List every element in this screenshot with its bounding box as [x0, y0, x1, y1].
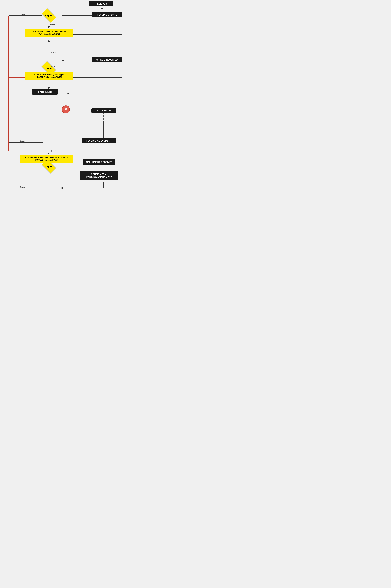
end-state-circle [62, 105, 70, 113]
uc3-label: UC3: Submit updated Booking request[PUT … [32, 30, 66, 35]
pending-update-label: PENDING UPDATE [97, 13, 117, 16]
confirmed-or-pending-status: CONFIRMED orPENDING AMENDMENT [80, 171, 118, 180]
cancel1-label: Cancel [20, 13, 25, 15]
shipper1-label: Shipper [42, 11, 55, 19]
pending-amendment-status: PENDING AMENDMENT [82, 138, 116, 144]
cancel2-label: Cancel [50, 66, 55, 68]
cancel4-label: Cancel [20, 186, 25, 188]
update1-label: Update [50, 23, 56, 25]
confirmed-status: CONFIRMED [91, 108, 116, 113]
update2-label: Update [50, 51, 56, 53]
cancelled-status: CANCELLED [32, 89, 58, 95]
shipper1-diamond: Shipper [42, 11, 55, 19]
cancel3-label: Cancel [20, 140, 25, 142]
amendment-received-status: AMENDMENT RECEIVED [82, 159, 116, 165]
received-status: RECEIVED [89, 1, 113, 6]
shipper3-label: Shipper [42, 162, 55, 170]
received-label: RECEIVED [96, 2, 107, 5]
pending-update-status: PENDING UPDATE [92, 12, 122, 17]
cancelled-label: CANCELLED [38, 91, 52, 93]
confirmed-label: CONFIRMED [97, 109, 111, 112]
uc11-action: UC11: Cancel Booking by shipper[PATCH /v… [25, 72, 73, 80]
update3-label: Update [50, 149, 56, 151]
diagram-container: RECEIVED PENDING UPDATE Shipper Cancel U… [0, 0, 129, 201]
uc11-label: UC11: Cancel Booking by shipper[PATCH /v… [34, 73, 64, 78]
amendment-received-label: AMENDMENT RECEIVED [86, 161, 112, 163]
cancel4-text: Cancel [20, 186, 25, 188]
confirmed-or-pending-label: CONFIRMED orPENDING AMENDMENT [87, 173, 112, 179]
shipper3-diamond: Shipper [42, 162, 55, 170]
uc7-action: UC7: Request amendment to confirmed Book… [20, 155, 73, 163]
uc7-label: UC7: Request amendment to confirmed Book… [25, 156, 68, 161]
update-received-label: UPDATE RECEIVED [97, 59, 118, 61]
uc3-action: UC3: Submit updated Booking request[PUT … [25, 29, 73, 37]
pending-amendment-label: PENDING AMENDMENT [86, 140, 112, 142]
update-received-status: UPDATE RECEIVED [92, 57, 122, 63]
